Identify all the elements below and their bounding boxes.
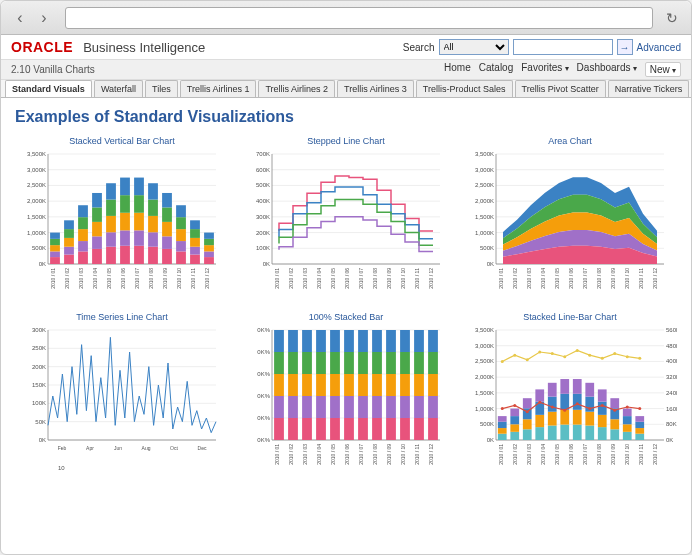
svg-text:2010 / 02: 2010 / 02 bbox=[512, 444, 518, 465]
nav-dashboards[interactable]: Dashboards bbox=[577, 62, 637, 77]
svg-rect-317 bbox=[560, 425, 569, 440]
svg-rect-246 bbox=[400, 374, 410, 396]
svg-text:100K: 100K bbox=[256, 245, 270, 251]
svg-rect-224 bbox=[344, 418, 354, 440]
svg-rect-70 bbox=[162, 249, 172, 264]
svg-rect-237 bbox=[372, 352, 382, 374]
svg-rect-79 bbox=[176, 205, 186, 217]
svg-rect-338 bbox=[623, 424, 632, 432]
svg-rect-325 bbox=[585, 426, 594, 440]
svg-text:2010 / 04: 2010 / 04 bbox=[316, 444, 322, 465]
svg-text:10: 10 bbox=[58, 465, 65, 471]
svg-rect-250 bbox=[414, 396, 424, 418]
search-input[interactable] bbox=[513, 39, 613, 55]
svg-rect-72 bbox=[162, 222, 172, 236]
svg-text:50K: 50K bbox=[35, 419, 46, 425]
svg-text:2010 / 06: 2010 / 06 bbox=[568, 444, 574, 465]
tab-trellis-airlines-1[interactable]: Trellis Airlines 1 bbox=[180, 80, 257, 97]
svg-rect-74 bbox=[162, 193, 172, 207]
svg-rect-239 bbox=[386, 418, 396, 440]
nav-home[interactable]: Home bbox=[444, 62, 471, 77]
chart-5: 0K500K1,000K1,500K2,000K2,500K3,000K3,50… bbox=[463, 324, 677, 474]
svg-rect-256 bbox=[428, 374, 438, 396]
svg-text:3,000K: 3,000K bbox=[475, 343, 494, 349]
svg-rect-212 bbox=[302, 352, 312, 374]
svg-rect-251 bbox=[414, 374, 424, 396]
tab-trellis-airlines-2[interactable]: Trellis Airlines 2 bbox=[258, 80, 335, 97]
svg-rect-298 bbox=[498, 428, 507, 434]
svg-rect-233 bbox=[358, 330, 368, 352]
svg-rect-49 bbox=[92, 193, 102, 207]
tab-trellis-airlines-3[interactable]: Trellis Airlines 3 bbox=[337, 80, 414, 97]
refresh-button[interactable]: ↻ bbox=[661, 7, 683, 29]
svg-rect-301 bbox=[510, 432, 519, 440]
svg-rect-65 bbox=[148, 247, 158, 264]
svg-text:2010 / 09: 2010 / 09 bbox=[610, 268, 616, 289]
tab-trellis-product-sales[interactable]: Trellis-Product Sales bbox=[416, 80, 513, 97]
back-button[interactable]: ‹ bbox=[9, 7, 31, 29]
nav-favorites[interactable]: Favorites bbox=[521, 62, 568, 77]
svg-rect-56 bbox=[120, 230, 130, 245]
svg-text:1,000K: 1,000K bbox=[475, 230, 494, 236]
svg-text:2010 / 08: 2010 / 08 bbox=[596, 444, 602, 465]
svg-rect-318 bbox=[560, 410, 569, 425]
svg-rect-241 bbox=[386, 374, 396, 396]
svg-rect-39 bbox=[64, 220, 74, 229]
forward-button[interactable]: › bbox=[33, 7, 55, 29]
svg-rect-38 bbox=[64, 229, 74, 238]
svg-rect-315 bbox=[548, 397, 557, 412]
svg-rect-59 bbox=[120, 178, 130, 196]
chart-title: Stacked Line-Bar Chart bbox=[463, 312, 677, 322]
svg-rect-37 bbox=[64, 238, 74, 247]
tab-standard-visuals[interactable]: Standard Visuals bbox=[5, 80, 92, 97]
svg-rect-78 bbox=[176, 217, 186, 229]
svg-rect-342 bbox=[635, 428, 644, 434]
svg-rect-258 bbox=[428, 330, 438, 352]
svg-rect-67 bbox=[148, 216, 158, 232]
svg-rect-60 bbox=[134, 246, 144, 264]
svg-text:3,500K: 3,500K bbox=[475, 327, 494, 333]
svg-text:2010 / 08: 2010 / 08 bbox=[372, 444, 378, 465]
svg-rect-76 bbox=[176, 241, 186, 251]
svg-rect-299 bbox=[498, 422, 507, 428]
nav-catalog[interactable]: Catalog bbox=[479, 62, 513, 77]
svg-text:320K: 320K bbox=[666, 374, 677, 380]
svg-text:160K: 160K bbox=[666, 406, 677, 412]
svg-text:2,000K: 2,000K bbox=[27, 198, 46, 204]
svg-text:2,500K: 2,500K bbox=[27, 182, 46, 188]
svg-text:2010 / 03: 2010 / 03 bbox=[302, 268, 308, 289]
svg-rect-61 bbox=[134, 230, 144, 245]
svg-rect-312 bbox=[535, 389, 544, 401]
tab-trellis-pivot-scatter[interactable]: Trellis Pivot Scatter bbox=[515, 80, 606, 97]
advanced-link[interactable]: Advanced bbox=[637, 42, 681, 53]
svg-text:3,500K: 3,500K bbox=[475, 151, 494, 157]
svg-text:2010 / 09: 2010 / 09 bbox=[386, 268, 392, 289]
tab-waterfall[interactable]: Waterfall bbox=[94, 80, 143, 97]
svg-text:2010 / 10: 2010 / 10 bbox=[400, 444, 406, 465]
svg-rect-316 bbox=[548, 383, 557, 397]
svg-rect-323 bbox=[573, 394, 582, 410]
svg-text:2,000K: 2,000K bbox=[475, 374, 494, 380]
chart-4: 0K%0K%0K%0K%0K%0K%2010 / 012010 / 022010… bbox=[239, 324, 453, 474]
search-go-button[interactable]: → bbox=[617, 39, 633, 55]
nav-new[interactable]: New bbox=[645, 62, 681, 77]
chart-1: 0K100K200K300K400K500K600K700K2010 / 012… bbox=[239, 148, 453, 298]
svg-rect-234 bbox=[372, 418, 382, 440]
url-input[interactable] bbox=[65, 7, 653, 29]
svg-text:2010 / 12: 2010 / 12 bbox=[428, 268, 434, 289]
svg-rect-244 bbox=[400, 418, 410, 440]
chart-title: Stacked Vertical Bar Chart bbox=[15, 136, 229, 146]
svg-rect-236 bbox=[372, 374, 382, 396]
svg-text:2010 / 03: 2010 / 03 bbox=[526, 444, 532, 465]
search-label: Search bbox=[403, 42, 435, 53]
svg-rect-329 bbox=[598, 427, 607, 440]
svg-rect-200 bbox=[274, 396, 284, 418]
svg-rect-215 bbox=[316, 396, 326, 418]
svg-rect-54 bbox=[106, 183, 116, 199]
svg-rect-42 bbox=[78, 229, 88, 241]
tab-narrative-tickers[interactable]: Narrative Tickers bbox=[608, 80, 690, 97]
search-scope-select[interactable]: All bbox=[439, 39, 509, 55]
tab-tiles[interactable]: Tiles bbox=[145, 80, 178, 97]
svg-rect-226 bbox=[344, 374, 354, 396]
svg-rect-248 bbox=[400, 330, 410, 352]
